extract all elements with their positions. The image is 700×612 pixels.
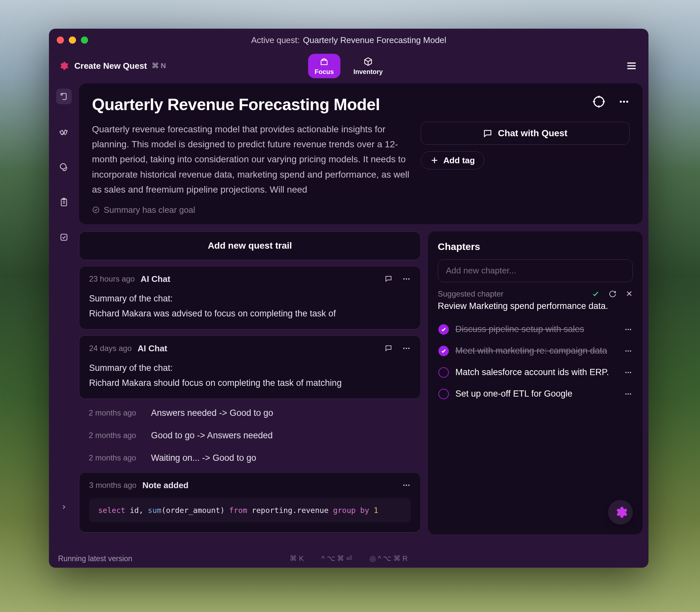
more-icon[interactable]	[402, 275, 411, 283]
summary-status: Summary has clear goal	[92, 205, 630, 215]
rail-expand-button[interactable]	[61, 504, 67, 510]
status-change-row: 2 months ago Good to go -> Answers neede…	[79, 427, 421, 444]
trail-line: Summary of the chat:	[89, 361, 411, 376]
close-window-button[interactable]	[57, 37, 64, 44]
statusbar: Running latest version ⌘ K ^ ⌥ ⌘ ⏎ ◎ ^ ⌥…	[49, 550, 648, 568]
status-change-row: 2 months ago Waiting on... -> Good to go	[79, 450, 421, 466]
hint: ^ ⌥ ⌘ ⏎	[321, 554, 352, 563]
active-quest-name: Quarterly Revenue Forecasting Model	[303, 35, 446, 45]
svg-point-34	[630, 329, 631, 330]
svg-point-36	[628, 350, 629, 352]
chapter-checkbox[interactable]	[439, 389, 449, 399]
chapter-item[interactable]: Set up one-off ETL for Google	[438, 386, 633, 402]
status-text: Waiting on... -> Good to go	[151, 453, 256, 463]
more-icon[interactable]	[618, 96, 630, 107]
trail-item[interactable]: 24 days ago AI Chat Summary of the chat:…	[79, 335, 421, 399]
svg-point-43	[630, 393, 631, 395]
suggested-text: Review Marketing spend performance data.	[438, 301, 633, 311]
add-trail-button[interactable]: Add new quest trail	[79, 231, 421, 260]
rail-checkbox-icon[interactable]	[56, 230, 72, 245]
keyboard-hints: ⌘ K ^ ⌥ ⌘ ⏎ ◎ ^ ⌥ ⌘ R	[290, 554, 407, 563]
rail-chat-icon[interactable]	[56, 159, 72, 175]
suggested-label: Suggested chapter	[438, 289, 586, 298]
add-tag-button[interactable]: Add tag	[421, 151, 484, 169]
refresh-suggestion-icon[interactable]	[609, 290, 617, 298]
menu-button[interactable]	[624, 58, 639, 74]
check-circle-icon	[92, 206, 100, 214]
create-quest-button[interactable]: Create New Quest ⌘ N	[75, 61, 166, 71]
svg-point-32	[625, 329, 627, 330]
toolbar: Create New Quest ⌘ N Focus Inventory	[49, 52, 648, 80]
chapter-text: Meet with marketing re: campaign data	[455, 346, 618, 356]
svg-point-39	[628, 372, 629, 373]
status-text: Answers needed -> Good to go	[151, 408, 273, 418]
maximize-window-button[interactable]	[81, 37, 88, 44]
trail-item[interactable]: 23 hours ago AI Chat Summary of the chat…	[79, 266, 421, 330]
svg-point-35	[625, 350, 627, 352]
quest-description: Quarterly revenue forecasting model that…	[92, 122, 410, 197]
add-chapter-input[interactable]	[438, 260, 633, 282]
chapters-title: Chapters	[438, 241, 633, 252]
comment-icon[interactable]	[385, 275, 392, 283]
version-text: Running latest version	[58, 554, 132, 563]
more-icon[interactable]	[624, 347, 632, 355]
note-type: Note added	[142, 481, 189, 490]
svg-point-38	[625, 372, 627, 373]
app-body: Quarterly Revenue Forecasting Model Quar…	[49, 80, 648, 550]
assistant-fab[interactable]	[608, 500, 633, 525]
active-quest-title: Active quest: Quarterly Revenue Forecast…	[251, 35, 446, 45]
rail-clipboard-icon[interactable]	[56, 194, 72, 210]
chapter-item[interactable]: Match salesforce account ids with ERP.	[438, 364, 633, 381]
quest-title: Quarterly Revenue Forecasting Model	[92, 95, 380, 114]
hint: ⌘ K	[290, 554, 304, 563]
note-time: 3 months ago	[89, 481, 136, 490]
svg-point-21	[403, 278, 404, 280]
trail-line: Summary of the chat:	[89, 291, 411, 306]
comment-icon[interactable]	[385, 344, 392, 352]
svg-point-10	[594, 97, 604, 107]
trail-line: Richard Makara was advised to focus on c…	[89, 306, 411, 321]
dismiss-suggestion-icon[interactable]	[625, 290, 633, 298]
chapter-item[interactable]: Discuss pipeline setup with sales	[438, 321, 633, 338]
svg-point-33	[628, 329, 629, 330]
chapter-checkbox[interactable]	[439, 367, 449, 378]
minimize-window-button[interactable]	[69, 37, 76, 44]
window-controls	[57, 37, 88, 44]
sql-code-block: select id, sum(order_amount) from report…	[89, 498, 411, 523]
more-icon[interactable]	[402, 344, 411, 352]
tab-inventory[interactable]: Inventory	[347, 54, 389, 78]
rail-scroll-icon[interactable]	[56, 89, 72, 104]
chat-with-quest-button[interactable]: Chat with Quest	[421, 122, 630, 145]
status-time: 2 months ago	[89, 408, 146, 417]
chapter-item[interactable]: Meet with marketing re: campaign data	[438, 343, 633, 359]
note-card[interactable]: 3 months ago Note added select id, sum(o…	[79, 472, 421, 532]
svg-point-26	[408, 348, 409, 349]
chapter-checkbox[interactable]	[439, 324, 449, 335]
rail-telescope-icon[interactable]	[56, 124, 72, 139]
more-icon[interactable]	[624, 368, 632, 376]
suggested-chapter: Suggested chapter Review Marketing spend…	[438, 289, 633, 311]
svg-point-15	[620, 101, 622, 103]
chapter-checkbox[interactable]	[439, 346, 449, 356]
svg-point-24	[403, 348, 404, 349]
accept-suggestion-icon[interactable]	[592, 290, 600, 298]
more-icon[interactable]	[624, 325, 632, 333]
svg-point-27	[403, 485, 404, 486]
titlebar: Active quest: Quarterly Revenue Forecast…	[49, 29, 648, 52]
main-column: Quarterly Revenue Forecasting Model Quar…	[79, 80, 648, 550]
svg-point-23	[408, 278, 409, 280]
status-time: 2 months ago	[89, 431, 146, 440]
chat-icon	[483, 128, 493, 138]
target-icon[interactable]	[592, 95, 605, 108]
app-logo-icon	[58, 60, 68, 71]
summary-status-text: Summary has clear goal	[104, 205, 195, 215]
sidebar-rail	[49, 80, 79, 550]
svg-point-16	[623, 101, 625, 103]
tab-focus[interactable]: Focus	[308, 54, 340, 78]
more-icon[interactable]	[402, 481, 411, 489]
svg-point-37	[630, 350, 631, 352]
hint: ◎ ^ ⌥ ⌘ R	[369, 554, 408, 563]
more-icon[interactable]	[624, 390, 632, 398]
app-window: Active quest: Quarterly Revenue Forecast…	[49, 29, 648, 568]
chapters-panel: Chapters Suggested chapter	[428, 231, 643, 534]
